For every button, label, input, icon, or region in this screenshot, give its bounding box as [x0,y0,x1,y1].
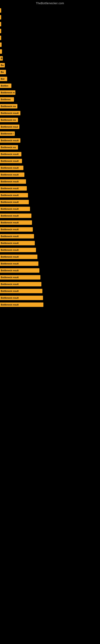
bar[interactable]: Bottleneck result [0,138,20,143]
bar-label: Bottleneck r [1,132,14,135]
bar-row [0,8,100,13]
site-title: TheBottlenecker.com [0,0,100,6]
bar[interactable]: Bottleneck resul [0,124,19,129]
bar[interactable]: Bottleneck result [0,262,38,266]
bar[interactable]: Bottleneck result [0,186,27,190]
bar-label: Bottleneck result [1,201,19,203]
bar[interactable]: Bot [0,77,7,81]
bar-label: Bottleneck res [1,119,16,121]
bar-label: Bottleneck result [1,160,19,162]
bar[interactable] [0,49,2,54]
bar-label: Bottleneck re [1,91,15,94]
bar-label: Bottleneck res [1,146,16,148]
bar[interactable]: Bottleneck result [0,268,39,273]
bar[interactable]: Bottleneck result [0,111,20,115]
bar-label: Bottleneck result [1,112,19,114]
bar-row [0,35,100,41]
bar-label: Bottleneck result [1,269,19,272]
bar[interactable]: Bottleneck result [0,241,35,245]
bar-row: Bottleneck result [0,110,100,116]
bar[interactable]: Bo [0,70,6,74]
bar[interactable]: Bottleneck r [0,132,15,136]
bar-label: Bottlen [1,84,8,87]
bar-row [0,42,100,48]
bar-row: Bottleneck result [0,288,100,294]
bar-label: Bottleneck result [1,242,19,244]
bar[interactable]: Bottleneck result [0,166,23,170]
bar[interactable]: Bottleneck result [0,296,43,300]
bar-row: Bottleneck res [0,144,100,150]
bar-row: Bottleneck result [0,274,100,280]
bar[interactable] [0,15,1,20]
bar-row: Bottleneck result [0,302,100,308]
bar-row: Bottlen [0,83,100,88]
bar[interactable] [0,22,1,26]
bar[interactable]: Bottleneck result [0,207,30,211]
bar[interactable]: Bottleneck result [0,234,34,238]
bar-row: Bot [0,76,100,82]
bar[interactable]: Bottleneck res [0,118,18,122]
bar-row: Bottleneck result [0,281,100,287]
bar-label: Bottleneck result [1,276,19,278]
bar[interactable]: Bottleneck result [0,200,29,204]
bar-label: B [1,57,2,60]
bar-label: Bottleneck res [1,105,16,108]
bar-label: Bottleneck result [1,283,19,285]
bars-container: BBoBoBotBottlenBottleneck reBottlenecBot… [0,6,100,309]
bar[interactable] [0,36,1,40]
bar-row: Bottleneck result [0,240,100,246]
bar[interactable]: Bottleneck result [0,248,36,252]
bar[interactable]: Bottleneck result [0,159,22,163]
bar-label: Bottleneck result [1,290,19,292]
bar[interactable]: Bottleneck result [0,289,42,293]
bar-label: Bottleneck result [1,180,19,183]
bar[interactable]: Bottleneck res [0,104,17,108]
bar-row: Bottleneck res [0,104,100,109]
bar[interactable] [0,42,1,47]
bar[interactable]: Bottlen [0,84,11,88]
bar-row: Bottleneck result [0,234,100,239]
bar-row: Bottleneck result [0,268,100,273]
bar-row: B [0,56,100,61]
bar[interactable]: Bottleneck re [0,90,15,95]
bar[interactable]: B [0,56,3,60]
bar[interactable]: Bottlenec [0,97,14,102]
bar-label: Bottleneck result [1,174,19,176]
bar-row: Bottleneck result [0,172,100,178]
bar[interactable]: Bottleneck result [0,282,41,286]
bar[interactable]: Bottleneck result [0,275,40,280]
bar[interactable]: Bo [0,63,5,68]
bar-label: Bottleneck result [1,297,19,299]
bar-label: Bottleneck result [1,222,19,224]
bar-row: Bo [0,62,100,68]
bar[interactable] [0,29,1,33]
bar-row: Bottleneck result [0,206,100,212]
bar-row: Bottleneck result [0,138,100,143]
bar-row: Bottleneck result [0,247,100,253]
bar-label: Bottleneck result [1,139,19,142]
bar-label: Bottleneck result [1,262,19,265]
bar-label: Bot [1,78,4,80]
bar-label: Bottleneck result [1,167,19,169]
bar-row: Bottleneck re [0,90,100,96]
bar[interactable] [0,8,1,13]
bar[interactable]: Bottleneck result [0,152,21,156]
bar[interactable]: Bottleneck result [0,172,24,177]
bar-label: Bottleneck result [1,235,19,238]
bar[interactable]: Bottleneck result [0,220,32,225]
bar[interactable]: Bottleneck result [0,254,37,259]
bar-label: Bottleneck result [1,153,19,155]
bar[interactable]: Bottleneck result [0,227,33,232]
bar-row [0,28,100,34]
bar-label: Bottleneck result [1,208,19,210]
bar[interactable]: Bottleneck result [0,193,28,198]
bar[interactable]: Bottleneck result [0,179,26,184]
bar[interactable]: Bottleneck res [0,145,18,150]
bar-row: Bottleneck resul [0,124,100,130]
bar-row: Bottlenec [0,96,100,102]
bar-label: Bottleneck result [1,187,19,190]
bar[interactable]: Bottleneck result [0,302,43,307]
bar-label: Bottleneck result [1,304,19,306]
bar[interactable]: Bottleneck result [0,214,31,218]
bar-label: Bottleneck result [1,194,19,196]
